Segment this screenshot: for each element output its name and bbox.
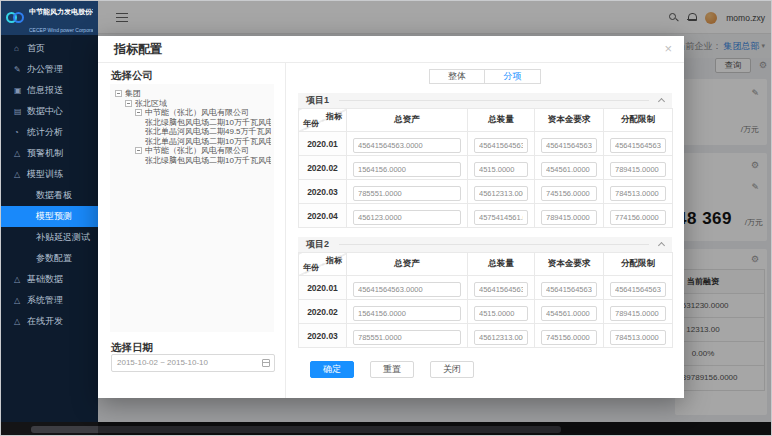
indicator-input[interactable]: [541, 306, 597, 321]
tree-node[interactable]: 中节能（张北）风电有限公司: [113, 146, 271, 156]
sidebar-item-office[interactable]: ✎办公管理: [1, 59, 98, 80]
table-row: 2020.01: [299, 132, 673, 156]
column-header: 总装量: [468, 253, 535, 276]
indicator-input[interactable]: [610, 186, 666, 201]
indicator-input[interactable]: [474, 282, 528, 297]
indicator-input[interactable]: [353, 162, 461, 177]
section-header-2[interactable]: 项目2: [298, 237, 672, 252]
indicator-input[interactable]: [474, 210, 528, 225]
app-window: 中节能风力发电股份有限公司 CECEP Wind power Corporati…: [0, 0, 772, 436]
sidebar-subitem-param-config[interactable]: 参数配置: [1, 248, 98, 269]
column-header: 资本金要求: [535, 109, 604, 132]
indicator-input[interactable]: [541, 162, 597, 177]
tree-node-label: 张北区域: [135, 99, 167, 109]
reset-button[interactable]: 重置: [370, 361, 414, 378]
sidebar-item-home[interactable]: ⌂首页: [1, 38, 98, 59]
chevron-up-icon[interactable]: [658, 98, 665, 105]
indicator-input[interactable]: [610, 282, 666, 297]
year-cell: 2020.03: [299, 324, 347, 348]
indicator-input[interactable]: [541, 186, 597, 201]
indicator-input[interactable]: [541, 330, 597, 345]
indicator-input[interactable]: [474, 162, 528, 177]
tree-node-label: 张北绿脑包风电场二期10万千瓦风电厂项目: [145, 118, 271, 128]
tab-overall[interactable]: 整体: [429, 69, 485, 84]
tree-node-label: 中节能（张北）风电有限公司: [145, 108, 249, 118]
tree-node[interactable]: 集团: [113, 89, 271, 99]
tree-toggle-icon[interactable]: [125, 100, 132, 107]
date-range-input[interactable]: 2015-10-02 ~ 2015-10-10: [111, 354, 275, 372]
indicator-input[interactable]: [474, 330, 528, 345]
indicator-input[interactable]: [610, 330, 666, 345]
table-row: 2020.02: [299, 156, 673, 180]
column-header: 总资产: [347, 109, 468, 132]
tree-node[interactable]: 张北单晶河风电场二期10万千瓦风电厂项目: [113, 137, 271, 147]
table-row: 2020.02: [299, 300, 673, 324]
value-cell: [468, 132, 535, 156]
tree-node[interactable]: 张北区域: [113, 99, 271, 109]
sidebar-item-base-data[interactable]: △基础数据: [1, 269, 98, 290]
tree-toggle-icon[interactable]: [135, 147, 142, 154]
sidebar-item-stats[interactable]: ◔统计分析: [1, 122, 98, 143]
sidebar-item-data-center[interactable]: ▤数据中心: [1, 101, 98, 122]
column-header: 总装量: [468, 109, 535, 132]
indicator-input[interactable]: [353, 306, 461, 321]
indicator-input[interactable]: [610, 210, 666, 225]
project-sections: 项目1指标年份总资产总装量资本金要求分配限制2020.012020.022020…: [298, 93, 672, 348]
section-divider: [339, 244, 649, 245]
close-button[interactable]: 关闭: [430, 361, 474, 378]
sidebar-item-model-train[interactable]: △模型训练: [1, 164, 98, 185]
value-cell: [347, 276, 468, 300]
sidebar-subitem-subsidy-delay-test[interactable]: 补贴延迟测试: [1, 227, 98, 248]
sidebar-item-system-mgmt[interactable]: △系统管理: [1, 290, 98, 311]
indicator-input[interactable]: [353, 210, 461, 225]
indicator-input[interactable]: [610, 138, 666, 153]
select-date-label: 选择日期: [111, 341, 153, 355]
company-select-panel: 选择公司 集团张北区域中节能（张北）风电有限公司张北绿脑包风电场二期10万千瓦风…: [98, 63, 286, 398]
home-icon: ⌂: [14, 38, 27, 59]
ok-button[interactable]: 确定: [310, 361, 354, 378]
chevron-up-icon[interactable]: [658, 242, 665, 249]
tree-node-label: 集团: [125, 89, 141, 99]
indicator-input[interactable]: [541, 138, 597, 153]
sidebar-item-alert[interactable]: △预警机制: [1, 143, 98, 164]
indicator-input[interactable]: [610, 162, 666, 177]
date-range-value: 2015-10-02 ~ 2015-10-10: [117, 358, 208, 367]
tree-node-label: 中节能（张北）风电有限公司: [145, 146, 249, 156]
close-icon[interactable]: ×: [664, 42, 672, 55]
section-header-1[interactable]: 项目1: [298, 93, 672, 108]
tree-toggle-icon[interactable]: [135, 109, 142, 116]
sidebar-subitem-data-board[interactable]: 数据看板: [1, 185, 98, 206]
indicator-input[interactable]: [541, 282, 597, 297]
indicator-input[interactable]: [353, 330, 461, 345]
sidebar-subitem-model-predict[interactable]: 模型预测: [1, 206, 98, 227]
sidebar-item-label: 数据中心: [27, 106, 63, 116]
value-cell: [468, 156, 535, 180]
year-cell: 2020.03: [299, 180, 347, 204]
tree-node[interactable]: 张北绿脑包风电场二期10万千瓦风电厂项目: [113, 156, 271, 166]
tree-node[interactable]: 张北绿脑包风电场二期10万千瓦风电厂项目: [113, 118, 271, 128]
value-cell: [468, 276, 535, 300]
indicator-input[interactable]: [610, 306, 666, 321]
sidebar-item-label: 模型训练: [27, 169, 63, 179]
sidebar-item-online-dev[interactable]: △在线开发: [1, 311, 98, 332]
indicator-table: 指标年份总资产总装量资本金要求分配限制2020.012020.022020.03…: [298, 108, 673, 228]
indicator-input[interactable]: [474, 306, 528, 321]
indicator-input[interactable]: [353, 186, 461, 201]
data-center-icon: ▤: [14, 101, 27, 122]
modal-footer-buttons: 确定重置关闭: [310, 361, 672, 378]
indicator-input[interactable]: [474, 138, 528, 153]
indicator-input[interactable]: [474, 186, 528, 201]
value-cell: [604, 180, 673, 204]
indicator-input[interactable]: [353, 138, 461, 153]
value-cell: [535, 204, 604, 228]
table-row: 2020.03: [299, 180, 673, 204]
tree-node[interactable]: 张北单晶河风电场二期49.5万千瓦风电厂项目: [113, 127, 271, 137]
tab-subitem[interactable]: 分项: [485, 69, 541, 84]
indicator-input[interactable]: [541, 210, 597, 225]
logo[interactable]: 中节能风力发电股份有限公司 CECEP Wind power Corporati…: [1, 1, 98, 35]
indicator-input[interactable]: [353, 282, 461, 297]
tree-node[interactable]: 中节能（张北）风电有限公司: [113, 108, 271, 118]
value-cell: [604, 156, 673, 180]
tree-toggle-icon[interactable]: [115, 90, 122, 97]
sidebar-item-info-report[interactable]: ▣信息报送: [1, 80, 98, 101]
